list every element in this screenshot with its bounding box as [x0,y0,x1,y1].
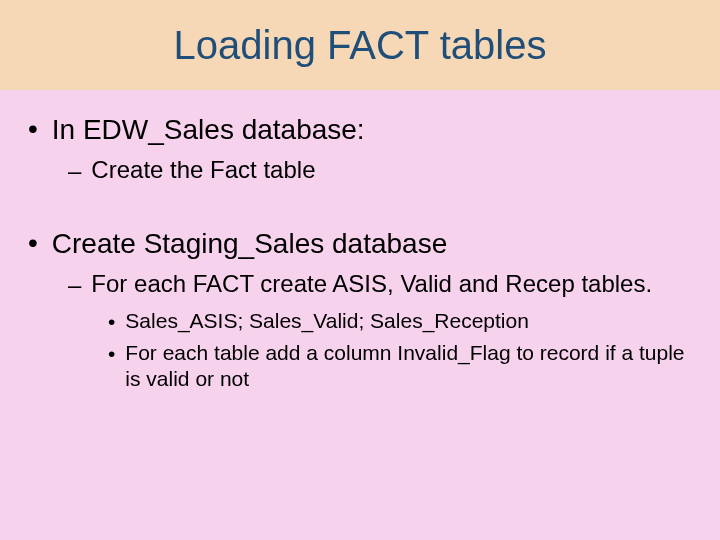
bullet-level1: • In EDW_Sales database: [28,112,692,147]
bullet-dash-icon: – [68,269,81,300]
bullet-dot-icon: • [28,112,38,146]
bullet-level2: – For each FACT create ASIS, Valid and R… [68,269,692,300]
bullet-level3: • Sales_ASIS; Sales_Valid; Sales_Recepti… [108,308,692,335]
bullet-level2: – Create the Fact table [68,155,692,186]
spacer [28,194,692,226]
bullet-dash-icon: – [68,155,81,186]
bullet-text: In EDW_Sales database: [52,112,365,147]
bullet-dot-icon: • [108,308,115,335]
bullet-text: For each table add a column Invalid_Flag… [125,340,692,393]
bullet-dot-icon: • [28,226,38,260]
title-bar: Loading FACT tables [0,0,720,90]
bullet-text: For each FACT create ASIS, Valid and Rec… [91,269,652,299]
slide-title: Loading FACT tables [174,23,547,68]
slide-content: • In EDW_Sales database: – Create the Fa… [0,90,720,392]
bullet-text: Sales_ASIS; Sales_Valid; Sales_Reception [125,308,529,334]
bullet-text: Create Staging_Sales database [52,226,447,261]
bullet-dot-icon: • [108,340,115,367]
bullet-level1: • Create Staging_Sales database [28,226,692,261]
bullet-level3: • For each table add a column Invalid_Fl… [108,340,692,393]
bullet-text: Create the Fact table [91,155,315,185]
